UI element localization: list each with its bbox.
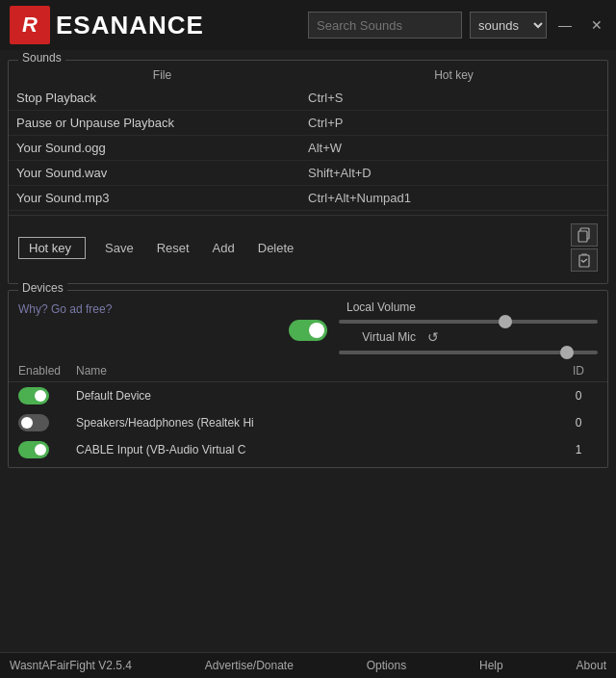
sounds-section: Sounds File Hot key Stop Playback Ctrl+S… [8, 60, 608, 284]
device-id: 0 [559, 389, 598, 403]
footer-help[interactable]: Help [479, 659, 503, 672]
sound-name: Your Sound.wav [16, 166, 308, 180]
device-name: CABLE Input (VB-Audio Virtual C [76, 443, 559, 456]
file-col-header: File [16, 68, 308, 82]
device-enabled [18, 414, 76, 431]
sound-name: Pause or Unpause Playback [16, 116, 308, 130]
virtual-mic-row: Virtual Mic ↺ [339, 329, 598, 345]
save-button[interactable]: Save [101, 239, 138, 257]
device-toggle-0[interactable] [18, 387, 49, 404]
footer-advertise[interactable]: Advertise/Donate [205, 659, 294, 672]
local-volume-slider[interactable] [339, 320, 598, 324]
logo-area: R ESANANCE [10, 6, 204, 44]
title-bar: R ESANANCE soundshotkeys — ✕ [0, 0, 616, 50]
device-table-header: Enabled Name ID [9, 360, 607, 382]
sounds-table: Stop Playback Ctrl+S Pause or Unpause Pl… [9, 86, 607, 211]
sound-name: Stop Playback [16, 91, 308, 105]
logo-text: ESANANCE [56, 11, 204, 40]
enabled-col-header: Enabled [18, 364, 76, 378]
action-bar: Hot key Save Reset Add Delete [9, 215, 607, 279]
device-row[interactable]: Default Device 0 [9, 382, 607, 409]
sounds-row[interactable]: Pause or Unpause Playback Ctrl+P [9, 111, 607, 136]
device-table: Default Device 0 Speakers/Headphones (Re… [9, 382, 607, 463]
paste-icon[interactable] [571, 248, 598, 272]
sounds-section-label: Sounds [18, 51, 65, 65]
devices-section-label: Devices [18, 281, 67, 295]
device-toggle-2[interactable] [18, 441, 49, 458]
virtual-mic-slider[interactable] [339, 351, 598, 354]
svg-rect-1 [578, 231, 587, 242]
id-col-header: ID [559, 364, 598, 378]
sounds-dropdown[interactable]: soundshotkeys [470, 12, 547, 39]
sounds-row[interactable]: Your Sound.mp3 Ctrl+Alt+Numpad1 [9, 186, 607, 211]
minimize-button[interactable]: — [554, 15, 576, 35]
device-enabled [18, 387, 76, 404]
sound-hotkey: Ctrl+Alt+Numpad1 [308, 191, 600, 205]
device-name: Speakers/Headphones (Realtek Hi [76, 416, 559, 430]
device-row[interactable]: CABLE Input (VB-Audio Virtual C 1 [9, 436, 607, 463]
icon-buttons [571, 223, 598, 272]
virtual-mic-label: Virtual Mic [339, 330, 416, 344]
devices-top: Why? Go ad free? Local Volume Virtual Mi… [9, 295, 607, 360]
sounds-row[interactable]: Your Sound.wav Shift+Alt+D [9, 161, 607, 186]
sound-hotkey: Ctrl+S [308, 91, 600, 105]
device-toggle-1[interactable] [18, 414, 49, 431]
delete-button[interactable]: Delete [254, 239, 298, 257]
main-toggle[interactable] [289, 320, 327, 341]
device-id: 0 [559, 416, 598, 430]
local-volume-label: Local Volume [339, 300, 416, 314]
window-controls: — ✕ [554, 15, 606, 35]
search-input[interactable] [308, 12, 462, 39]
footer-options[interactable]: Options [367, 659, 406, 672]
hotkey-box[interactable]: Hot key [18, 237, 86, 259]
name-col-header: Name [76, 364, 559, 378]
sounds-row[interactable]: Stop Playback Ctrl+S [9, 86, 607, 111]
sound-hotkey: Shift+Alt+D [308, 166, 600, 180]
footer: WasntAFairFight V2.5.4 Advertise/Donate … [0, 652, 616, 678]
sound-hotkey: Alt+W [308, 141, 600, 155]
sound-name: Your Sound.mp3 [16, 191, 308, 205]
footer-version: WasntAFairFight V2.5.4 [10, 659, 132, 672]
sound-hotkey: Ctrl+P [308, 116, 600, 130]
sounds-row[interactable]: Your Sound.ogg Alt+W [9, 136, 607, 161]
local-volume-slider-container [339, 320, 598, 324]
close-button[interactable]: ✕ [587, 15, 606, 35]
sounds-table-header: File Hot key [9, 65, 607, 86]
ad-free-text: Why? Go ad free? [18, 300, 277, 316]
reset-button[interactable]: Reset [153, 239, 193, 257]
device-enabled [18, 441, 76, 458]
copy-icon[interactable] [571, 223, 598, 247]
sound-name: Your Sound.ogg [16, 141, 308, 155]
devices-section: Devices Why? Go ad free? Local Volume Vi… [8, 290, 608, 468]
device-name: Default Device [76, 389, 559, 403]
add-button[interactable]: Add [209, 239, 239, 257]
device-id: 1 [559, 443, 598, 456]
footer-about[interactable]: About [577, 659, 606, 672]
device-row[interactable]: Speakers/Headphones (Realtek Hi 0 [9, 409, 607, 436]
local-volume-row: Local Volume [339, 300, 598, 314]
title-bar-right: soundshotkeys — ✕ [308, 12, 606, 39]
hotkey-col-header: Hot key [308, 68, 600, 82]
virtual-mic-slider-container [339, 351, 598, 354]
volume-controls: Local Volume Virtual Mic ↺ [339, 300, 598, 354]
refresh-icon[interactable]: ↺ [427, 329, 439, 345]
toggle-area [289, 300, 327, 341]
logo-icon: R [10, 6, 50, 44]
